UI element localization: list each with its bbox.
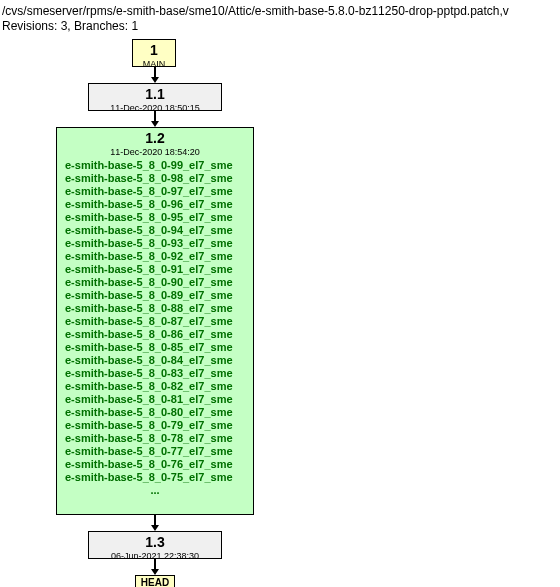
tag-item: e-smith-base-5_8_0-93_el7_sme [65,237,247,250]
revision-1-3-node[interactable]: 1.3 06-Jun-2021 22:38:30 [88,531,222,559]
tag-item: e-smith-base-5_8_0-81_el7_sme [65,393,247,406]
tag-item: e-smith-base-5_8_0-94_el7_sme [65,224,247,237]
tag-item: e-smith-base-5_8_0-82_el7_sme [65,380,247,393]
tag-item: e-smith-base-5_8_0-80_el7_sme [65,406,247,419]
tag-item: e-smith-base-5_8_0-86_el7_sme [65,328,247,341]
tag-item: e-smith-base-5_8_0-78_el7_sme [65,432,247,445]
tag-item: e-smith-base-5_8_0-96_el7_sme [65,198,247,211]
tag-item: e-smith-base-5_8_0-83_el7_sme [65,367,247,380]
tag-item: e-smith-base-5_8_0-79_el7_sme [65,419,247,432]
tag-item: e-smith-base-5_8_0-87_el7_sme [65,315,247,328]
revision-date: 11-Dec-2020 18:50:15 [95,103,215,114]
head-label: HEAD [141,577,169,587]
tag-item: e-smith-base-5_8_0-75_el7_sme [65,471,247,484]
tag-item: e-smith-base-5_8_0-99_el7_sme [65,159,247,172]
revision-graph: 1 MAIN 1.1 11-Dec-2020 18:50:15 1.2 11-D… [0,39,560,587]
tag-item: e-smith-base-5_8_0-84_el7_sme [65,354,247,367]
tag-item: e-smith-base-5_8_0-89_el7_sme [65,289,247,302]
connector [154,515,156,525]
tags-ellipsis: ... [63,484,247,497]
tag-item: e-smith-base-5_8_0-95_el7_sme [65,211,247,224]
branch-label: MAIN [139,59,169,70]
tag-item: e-smith-base-5_8_0-91_el7_sme [65,263,247,276]
revisions-summary: Revisions: 3, Branches: 1 [0,19,560,39]
revision-num: 1.2 [63,130,247,147]
tag-item: e-smith-base-5_8_0-92_el7_sme [65,250,247,263]
tag-item: e-smith-base-5_8_0-97_el7_sme [65,185,247,198]
file-path: /cvs/smeserver/rpms/e-smith-base/sme10/A… [0,0,560,19]
tag-item: e-smith-base-5_8_0-90_el7_sme [65,276,247,289]
revision-date: 11-Dec-2020 18:54:20 [63,147,247,158]
tag-item: e-smith-base-5_8_0-76_el7_sme [65,458,247,471]
branch-main-node[interactable]: 1 MAIN [132,39,176,67]
branch-num: 1 [139,42,169,59]
revision-num: 1.3 [95,534,215,551]
tag-item: e-smith-base-5_8_0-98_el7_sme [65,172,247,185]
head-node[interactable]: HEAD [135,575,175,587]
tags-list: e-smith-base-5_8_0-99_el7_smee-smith-bas… [63,158,247,484]
revision-1-2-node[interactable]: 1.2 11-Dec-2020 18:54:20 e-smith-base-5_… [56,127,254,515]
revision-date: 06-Jun-2021 22:38:30 [95,551,215,562]
revision-num: 1.1 [95,86,215,103]
revision-1-1-node[interactable]: 1.1 11-Dec-2020 18:50:15 [88,83,222,111]
tag-item: e-smith-base-5_8_0-77_el7_sme [65,445,247,458]
tag-item: e-smith-base-5_8_0-85_el7_sme [65,341,247,354]
tag-item: e-smith-base-5_8_0-88_el7_sme [65,302,247,315]
